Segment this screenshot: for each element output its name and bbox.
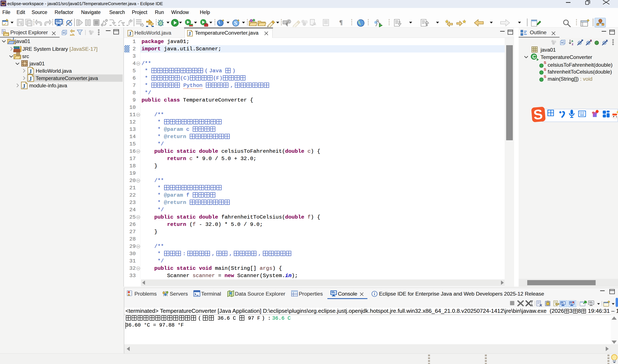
svg-text:J: J (188, 31, 191, 37)
svg-text:S: S (533, 106, 543, 122)
svg-text:C: C (532, 54, 536, 60)
svg-text:J: J (129, 31, 131, 37)
svg-text:J: J (29, 75, 32, 82)
svg-text:J: J (22, 83, 26, 89)
svg-text:z: z (572, 42, 573, 46)
svg-text:C: C (288, 20, 290, 23)
svg-text:IDE: IDE (2, 3, 5, 6)
svg-text:Java EE: Java EE (1, 1, 6, 3)
svg-text:J: J (29, 68, 32, 75)
svg-text:S: S (234, 20, 237, 26)
